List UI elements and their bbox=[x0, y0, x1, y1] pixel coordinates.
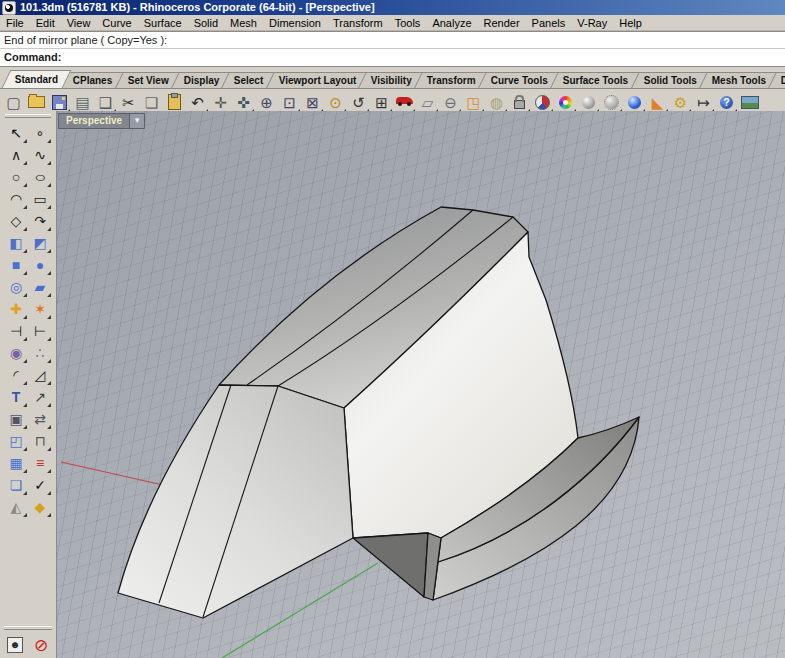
array-linear-button[interactable]: ≡ bbox=[28, 452, 52, 474]
model-face-left-panel[interactable] bbox=[118, 385, 353, 618]
menu-view[interactable]: View bbox=[61, 17, 97, 29]
perspective-viewport[interactable]: Perspective ▼ bbox=[57, 111, 785, 658]
mirror-button[interactable]: ⇄ bbox=[28, 408, 52, 430]
menu-render[interactable]: Render bbox=[478, 17, 526, 29]
explode-icon: ✶ bbox=[34, 302, 46, 316]
fillet-curve-button[interactable]: ◜ bbox=[4, 364, 28, 386]
menu-mesh[interactable]: Mesh bbox=[224, 17, 263, 29]
tab-curve-tools[interactable]: Curve Tools bbox=[478, 72, 561, 88]
array-grid-icon: ▦ bbox=[9, 456, 22, 470]
menu-tools[interactable]: Tools bbox=[389, 17, 427, 29]
copy-objects-button[interactable]: ▣ bbox=[4, 408, 28, 430]
export-page-icon: ❑ bbox=[99, 95, 112, 110]
trim-button[interactable]: ⊣ bbox=[4, 320, 28, 342]
tab-label-draft: Draft bbox=[773, 73, 785, 88]
split-button[interactable]: ⊢ bbox=[28, 320, 52, 342]
polyline-button[interactable]: ∧ bbox=[4, 144, 28, 166]
command-history-line: End of mirror plane ( Copy=Yes ): bbox=[0, 32, 785, 49]
sidebar-bottom-row: ☻⊘ bbox=[0, 635, 56, 655]
zoom-dynamic-icon: ⊕ bbox=[260, 95, 273, 110]
check-geometry-button[interactable]: ✓ bbox=[28, 474, 52, 496]
ellipse-button[interactable]: ○ bbox=[28, 166, 52, 188]
chamfer-curve-icon: ◿ bbox=[35, 368, 46, 382]
tab-label-display: Display bbox=[176, 73, 228, 88]
circle-button[interactable]: ○ bbox=[4, 166, 28, 188]
surface-corner-button[interactable]: ◩ bbox=[28, 232, 52, 254]
array-grid-button[interactable]: ▦ bbox=[4, 452, 28, 474]
primitives-icon: ◭ bbox=[11, 500, 22, 514]
join-button[interactable]: ◉ bbox=[4, 342, 28, 364]
control-point-curve-button[interactable]: ∿ bbox=[28, 144, 52, 166]
menu-v-ray[interactable]: V-Ray bbox=[571, 17, 613, 29]
sphere-button[interactable]: ● bbox=[28, 254, 52, 276]
sidebar-grip[interactable] bbox=[5, 114, 51, 118]
ghosted-viewport-sphere-icon bbox=[605, 96, 618, 109]
disable-red-button[interactable]: ⊘ bbox=[31, 635, 51, 655]
pyramid-button[interactable]: ◆ bbox=[28, 496, 52, 518]
torus-button[interactable]: ◎ bbox=[4, 276, 28, 298]
duplicate-button[interactable]: ❏ bbox=[4, 474, 28, 496]
named-position-person-button[interactable]: ☻ bbox=[5, 635, 25, 655]
viewport-title[interactable]: Perspective ▼ bbox=[58, 113, 145, 129]
tab-label-select: Select bbox=[226, 73, 271, 88]
command-area: End of mirror plane ( Copy=Yes ): Comman… bbox=[0, 31, 785, 67]
object-snap-icon: ◳ bbox=[466, 95, 480, 110]
named-views-car-icon bbox=[396, 97, 413, 104]
model-canvas[interactable] bbox=[57, 114, 785, 658]
zoom-extents-icon: ⊠ bbox=[306, 95, 319, 110]
group-button[interactable]: ∴ bbox=[28, 342, 52, 364]
tab-mesh-tools[interactable]: Mesh Tools bbox=[699, 72, 779, 88]
tab-label-solid-tools: Solid Tools bbox=[635, 73, 704, 88]
menu-edit[interactable]: Edit bbox=[30, 17, 61, 29]
polygon-button[interactable]: ◇ bbox=[4, 210, 28, 232]
text-object-button[interactable]: T bbox=[4, 386, 28, 408]
move-scale-icon: ↗ bbox=[34, 390, 46, 404]
tab-label-mesh-tools: Mesh Tools bbox=[704, 73, 774, 88]
print-icon: ▤ bbox=[75, 95, 89, 110]
tool-sidebar: ↖∘∧∿○○◠▭◇↷◧◩■●◎▰✚✶⊣⊢◉∴◜◿T↗▣⇄◰⊓▦≡❏✓◭◆ ☻⊘ bbox=[0, 111, 57, 658]
command-prompt-input[interactable]: Command: bbox=[0, 49, 785, 66]
undo-icon: ↶ bbox=[191, 95, 204, 110]
explode-button[interactable]: ✶ bbox=[28, 298, 52, 320]
menu-file[interactable]: File bbox=[0, 17, 30, 29]
viewport-title-label[interactable]: Perspective bbox=[59, 114, 129, 128]
single-point-button[interactable]: ∘ bbox=[28, 122, 52, 144]
menu-help[interactable]: Help bbox=[613, 17, 648, 29]
boolean-union-button[interactable]: ✚ bbox=[4, 298, 28, 320]
select-pointer-button[interactable]: ↖ bbox=[4, 122, 28, 144]
extrude-surface-button[interactable]: ◰ bbox=[4, 430, 28, 452]
tab-solid-tools[interactable]: Solid Tools bbox=[631, 72, 710, 88]
menu-surface[interactable]: Surface bbox=[138, 17, 188, 29]
rectangle-button[interactable]: ▭ bbox=[28, 188, 52, 210]
box-button[interactable]: ■ bbox=[4, 254, 28, 276]
paste-icon bbox=[168, 94, 181, 110]
arc-button[interactable]: ◠ bbox=[4, 188, 28, 210]
menu-dimension[interactable]: Dimension bbox=[263, 17, 327, 29]
tab-standard[interactable]: Standard bbox=[2, 70, 72, 88]
split-icon: ⊢ bbox=[34, 324, 46, 338]
array-linear-icon: ≡ bbox=[36, 456, 44, 470]
blend-curve-button[interactable]: ↷ bbox=[28, 210, 52, 232]
menu-solid[interactable]: Solid bbox=[188, 17, 224, 29]
viewport-dropdown-icon[interactable]: ▼ bbox=[129, 114, 144, 128]
contour-button[interactable]: ⊓ bbox=[28, 430, 52, 452]
plane-surface-button[interactable]: ▰ bbox=[28, 276, 52, 298]
sidebar-tool-grid: ↖∘∧∿○○◠▭◇↷◧◩■●◎▰✚✶⊣⊢◉∴◜◿T↗▣⇄◰⊓▦≡❏✓◭◆ bbox=[0, 122, 56, 518]
menu-analyze[interactable]: Analyze bbox=[426, 17, 477, 29]
menu-curve[interactable]: Curve bbox=[96, 17, 137, 29]
move-scale-button[interactable]: ↗ bbox=[28, 386, 52, 408]
mirror-model[interactable] bbox=[118, 207, 639, 618]
chamfer-curve-button[interactable]: ◿ bbox=[28, 364, 52, 386]
primitives-button[interactable]: ◭ bbox=[4, 496, 28, 518]
text-object-icon: T bbox=[12, 390, 21, 404]
tab-viewport-layout[interactable]: Viewport Layout bbox=[266, 72, 369, 88]
tab-surface-tools[interactable]: Surface Tools bbox=[550, 72, 641, 88]
tab-label-visibility: Visibility bbox=[363, 73, 420, 88]
model-face-base-wedge[interactable] bbox=[353, 533, 428, 597]
tab-label-standard: Standard bbox=[7, 71, 66, 88]
menu-panels[interactable]: Panels bbox=[526, 17, 572, 29]
menu-transform[interactable]: Transform bbox=[327, 17, 389, 29]
select-pointer-icon: ↖ bbox=[10, 126, 22, 140]
save-file-icon bbox=[52, 95, 67, 110]
surface-3pt-button[interactable]: ◧ bbox=[4, 232, 28, 254]
